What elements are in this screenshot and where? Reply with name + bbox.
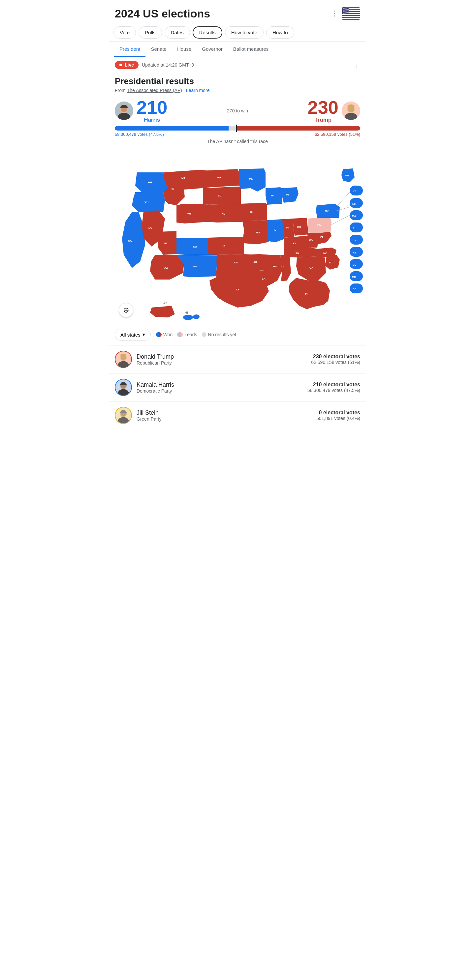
state-md[interactable] [350, 271, 363, 281]
filter-row: All states ▾ Won Leads No results yet [109, 324, 366, 345]
svg-text:NE: NE [222, 212, 226, 215]
presidential-results: Presidential results From The Associated… [109, 73, 366, 153]
undecided-progress [229, 126, 236, 130]
live-more-icon[interactable]: ⋮ [354, 61, 360, 69]
svg-text:ME: ME [345, 174, 349, 177]
trump-electoral-score: 230 [308, 98, 338, 117]
svg-text:MO: MO [256, 231, 260, 234]
source-prefix: From [115, 88, 126, 93]
svg-text:MD: MD [352, 275, 356, 278]
state-ak[interactable] [150, 306, 175, 317]
state-label-ak: AK [163, 301, 168, 305]
trump-score-block: 230 Trump [308, 98, 360, 123]
election-map: WA OR CA NV ID MT WY [109, 153, 366, 324]
svg-text:DC: DC [352, 288, 357, 291]
tab-polls[interactable]: Polls [139, 26, 162, 38]
harris-list-party: Democratic Party [137, 388, 303, 394]
candidate-stein[interactable]: Jill Stein Green Party 0 electoral votes… [109, 401, 366, 429]
state-ia[interactable] [241, 203, 267, 221]
svg-text:AZ: AZ [164, 266, 168, 269]
win-threshold-info: 270 to win [167, 108, 308, 113]
svg-text:NH: NH [352, 202, 356, 205]
svg-text:ID: ID [172, 187, 174, 190]
state-sd[interactable] [203, 186, 241, 205]
no-results-label: No results yet [208, 332, 236, 337]
subtab-president[interactable]: President [114, 41, 145, 57]
state-tn[interactable] [284, 248, 317, 258]
tab-results[interactable]: Results [193, 26, 222, 38]
subtab-house[interactable]: House [172, 41, 197, 57]
state-ct[interactable] [350, 235, 363, 245]
state-or[interactable] [132, 192, 165, 212]
state-ri[interactable] [350, 223, 363, 232]
svg-text:TN: TN [296, 252, 299, 255]
live-badge: Live [115, 61, 139, 69]
state-nh[interactable] [350, 198, 363, 208]
dropdown-icon: ▾ [142, 332, 145, 337]
svg-text:WA: WA [148, 181, 152, 184]
svg-text:MT: MT [182, 177, 185, 180]
svg-text:DE: DE [352, 263, 357, 266]
trump-name: Trump [308, 117, 338, 123]
win-threshold: 270 to win [167, 108, 308, 113]
live-dot-icon [120, 64, 122, 66]
stein-popular-votes: 501,891 votes (0.4%) [316, 416, 360, 421]
learn-more-link[interactable]: Learn more [186, 88, 210, 93]
state-hi[interactable] [183, 315, 193, 320]
svg-text:MS: MS [273, 265, 277, 268]
state-hi2 [193, 315, 199, 319]
svg-text:AL: AL [283, 265, 286, 268]
tab-vote[interactable]: Vote [113, 26, 136, 38]
harris-list-votes: 210 electoral votes 58,300,479 votes (47… [308, 382, 360, 393]
state-wy[interactable] [177, 204, 208, 223]
state-ar[interactable] [244, 254, 271, 270]
won-red-icon [159, 332, 162, 337]
harris-list-avatar [115, 379, 132, 396]
state-mt[interactable] [163, 170, 208, 189]
subtab-ballot-measures[interactable]: Ballot measures [228, 41, 274, 57]
subtab-governor[interactable]: Governor [197, 41, 228, 57]
zoom-button[interactable]: ⊕ [119, 303, 133, 317]
state-vt[interactable] [350, 186, 363, 196]
all-states-filter[interactable]: All states ▾ [115, 329, 151, 340]
tab-dates[interactable]: Dates [164, 26, 190, 38]
svg-text:TX: TX [236, 288, 239, 291]
svg-text:MN: MN [249, 177, 253, 180]
state-ks[interactable] [208, 237, 244, 255]
legend-no-results: No results yet [202, 332, 236, 337]
more-options-icon[interactable]: ⋮ [331, 9, 338, 18]
trump-list-party: Republican Party [137, 360, 306, 366]
harris-score-block: 210 Harris [115, 98, 167, 123]
svg-text:NC: NC [323, 252, 327, 255]
state-ky[interactable] [284, 236, 310, 250]
won-dots [156, 332, 162, 337]
svg-text:MI: MI [286, 193, 289, 196]
trump-list-name: Donald Trump [137, 353, 306, 360]
candidate-trump[interactable]: Donald Trump Republican Party 230 electo… [109, 345, 366, 373]
page-title: 2024 US elections [115, 7, 210, 20]
svg-text:SC: SC [329, 261, 333, 264]
svg-text:NM: NM [193, 265, 197, 268]
state-nj[interactable] [350, 247, 363, 257]
trump-list-votes: 230 electoral votes 62,590,158 votes (51… [311, 354, 360, 365]
results-title: Presidential results [115, 76, 360, 86]
leads-blue-icon [177, 332, 180, 337]
svg-text:OR: OR [145, 200, 148, 204]
subtab-senate[interactable]: Senate [145, 41, 172, 57]
ap-note: The AP hasn't called this race [115, 139, 360, 144]
trump-progress [236, 126, 360, 130]
svg-text:AR: AR [253, 261, 257, 264]
harris-avatar [115, 102, 133, 120]
midline-divider [236, 125, 237, 132]
candidate-harris[interactable]: Kamala Harris Democratic Party 210 elect… [109, 373, 366, 401]
svg-text:VA: VA [320, 236, 324, 239]
state-ma[interactable] [350, 210, 363, 220]
tab-how-to-vote[interactable]: How to vote [225, 26, 263, 38]
source-ap-link[interactable]: The Associated Press (AP) [127, 88, 182, 93]
svg-text:VT: VT [352, 190, 356, 193]
source-row: From The Associated Press (AP) · Learn m… [115, 88, 360, 93]
stein-list-avatar [115, 407, 132, 424]
tab-how-to[interactable]: How to [266, 26, 294, 38]
harris-electoral-votes: 210 electoral votes [308, 382, 360, 388]
svg-text:PA: PA [317, 223, 321, 226]
